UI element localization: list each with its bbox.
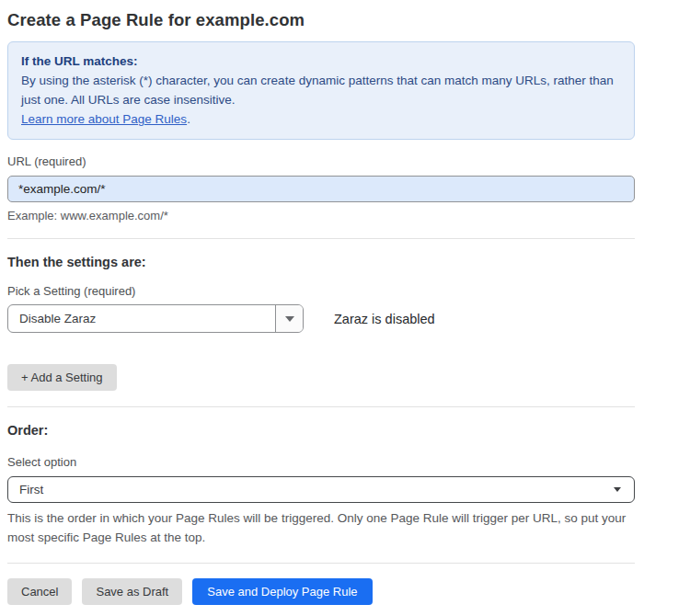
pick-setting-label: Pick a Setting (required): [7, 284, 635, 298]
settings-section-heading: Then the settings are:: [7, 255, 635, 269]
divider: [7, 238, 635, 239]
url-input[interactable]: [7, 176, 635, 202]
cancel-button[interactable]: Cancel: [7, 578, 72, 605]
footer-actions: Cancel Save as Draft Save and Deploy Pag…: [7, 578, 635, 605]
setting-status-text: Zaraz is disabled: [334, 312, 435, 326]
order-help-text: This is the order in which your Page Rul…: [7, 508, 635, 547]
setting-dropdown-arrow-button[interactable]: [275, 305, 303, 332]
info-box-body: By using the asterisk (*) character, you…: [21, 71, 621, 109]
info-box-heading: If the URL matches:: [21, 51, 621, 71]
order-select-label: Select option: [7, 455, 635, 469]
link-period: .: [187, 112, 190, 126]
save-and-deploy-button[interactable]: Save and Deploy Page Rule: [192, 578, 372, 605]
chevron-down-icon: [285, 316, 294, 322]
url-field-label: URL (required): [7, 154, 635, 168]
learn-more-link[interactable]: Learn more about Page Rules: [21, 112, 187, 126]
setting-dropdown-value: Disable Zaraz: [8, 305, 275, 332]
page-title: Create a Page Rule for example.com: [7, 10, 635, 30]
url-example-hint: Example: www.example.com/*: [7, 209, 635, 222]
save-as-draft-button[interactable]: Save as Draft: [82, 578, 182, 605]
info-box-link-line: Learn more about Page Rules.: [21, 109, 621, 129]
order-select[interactable]: First: [7, 476, 635, 503]
order-select-value: First: [19, 483, 43, 496]
divider: [7, 406, 635, 407]
setting-dropdown[interactable]: Disable Zaraz: [7, 304, 304, 333]
order-section-heading: Order:: [7, 423, 635, 438]
setting-row: Disable Zaraz Zaraz is disabled: [7, 304, 635, 333]
page-rule-form: Create a Page Rule for example.com If th…: [0, 0, 635, 605]
divider: [7, 563, 635, 564]
chevron-down-icon: [614, 487, 621, 492]
add-setting-button[interactable]: + Add a Setting: [7, 364, 117, 391]
url-match-info-box: If the URL matches: By using the asteris…: [7, 41, 635, 140]
